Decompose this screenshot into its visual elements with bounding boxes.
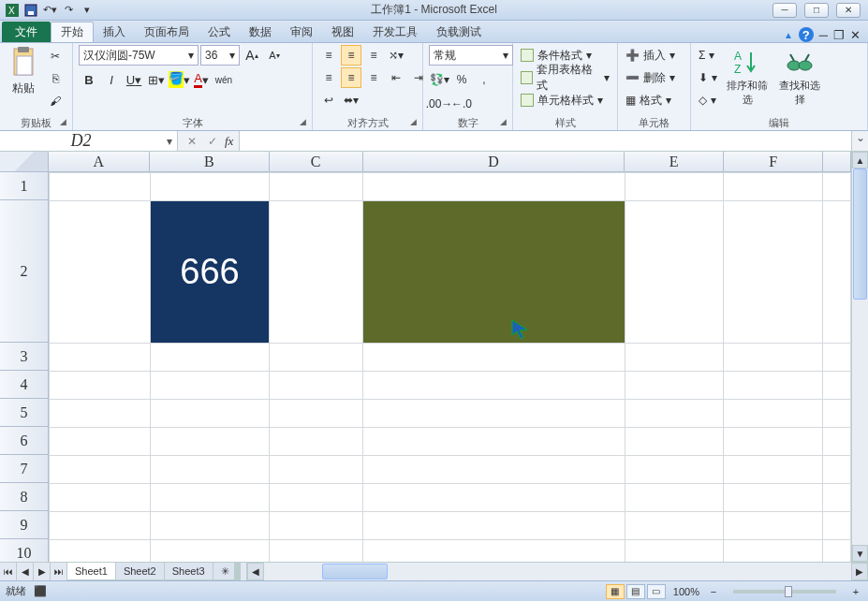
- table-format-button[interactable]: 套用表格格式 ▾: [519, 67, 611, 88]
- row-header-8[interactable]: 8: [0, 483, 48, 511]
- find-select-button[interactable]: 查找和选择: [775, 45, 824, 107]
- formula-input[interactable]: [240, 131, 851, 151]
- phonetic-button[interactable]: wén: [213, 69, 234, 90]
- cut-icon[interactable]: ✂: [45, 47, 66, 66]
- row-header-10[interactable]: 10: [0, 539, 48, 562]
- wrap-text-icon[interactable]: ↩: [318, 90, 339, 110]
- tab-review[interactable]: 审阅: [281, 22, 322, 42]
- select-all-corner[interactable]: [0, 152, 49, 171]
- tab-view[interactable]: 视图: [322, 22, 363, 42]
- undo-icon[interactable]: ↶▾: [41, 3, 58, 18]
- insert-cells-button[interactable]: ➕插入 ▾: [624, 45, 677, 66]
- delete-cells-button[interactable]: ➖删除 ▾: [624, 67, 677, 88]
- minimize-button[interactable]: ─: [772, 3, 797, 18]
- font-name-select[interactable]: 汉仪润圆-75W▾: [79, 45, 199, 66]
- number-format-select[interactable]: 常规▾: [429, 45, 513, 66]
- fill-button[interactable]: ⬇ ▾: [697, 67, 719, 88]
- font-color-button[interactable]: A▾: [191, 69, 212, 90]
- cell-b2[interactable]: 666: [150, 201, 270, 344]
- font-size-select[interactable]: 36▾: [200, 45, 240, 66]
- sort-filter-button[interactable]: AZ 排序和筛选: [723, 45, 772, 107]
- row-header-7[interactable]: 7: [0, 455, 48, 483]
- orientation-icon[interactable]: ⤭▾: [386, 45, 406, 66]
- doc-minimize-icon[interactable]: ─: [819, 28, 828, 42]
- italic-button[interactable]: I: [101, 69, 122, 90]
- comma-icon[interactable]: ,: [474, 69, 494, 90]
- copy-icon[interactable]: ⎘: [45, 69, 66, 88]
- col-header-f[interactable]: F: [724, 152, 823, 171]
- border-button[interactable]: ⊞▾: [146, 69, 167, 90]
- view-pagebreak-icon[interactable]: ▭: [647, 584, 666, 599]
- col-header-e[interactable]: E: [625, 152, 724, 171]
- tab-data[interactable]: 数据: [240, 22, 281, 42]
- tab-home[interactable]: 开始: [51, 22, 94, 42]
- tab-file[interactable]: 文件: [2, 22, 51, 42]
- enter-formula-icon[interactable]: ✓: [204, 135, 221, 148]
- clear-button[interactable]: ◇ ▾: [697, 90, 719, 110]
- redo-icon[interactable]: ↷: [60, 3, 77, 18]
- accounting-icon[interactable]: 💱▾: [429, 69, 449, 90]
- shrink-font-icon[interactable]: A▾: [264, 45, 285, 66]
- align-bottom-icon[interactable]: ≡: [363, 45, 384, 66]
- row-header-6[interactable]: 6: [0, 427, 48, 455]
- format-cells-button[interactable]: ▦格式 ▾: [624, 90, 673, 110]
- tab-nav-first-icon[interactable]: ⏮: [0, 563, 17, 580]
- clipboard-launcher-icon[interactable]: ◢: [60, 114, 66, 129]
- sheet-tab-3[interactable]: Sheet3: [164, 563, 213, 580]
- font-launcher-icon[interactable]: ◢: [300, 114, 306, 129]
- save-icon[interactable]: [22, 3, 39, 18]
- scroll-down-icon[interactable]: ▼: [852, 545, 868, 562]
- cell-d2[interactable]: [363, 201, 625, 344]
- align-top-icon[interactable]: ≡: [318, 45, 339, 66]
- align-middle-icon[interactable]: ≡: [341, 45, 361, 66]
- row-header-2[interactable]: 2: [0, 200, 48, 343]
- align-right-icon[interactable]: ≡: [363, 67, 384, 88]
- scroll-right-icon[interactable]: ▶: [851, 563, 868, 580]
- cell-style-button[interactable]: 单元格样式 ▾: [519, 90, 605, 110]
- col-header-a[interactable]: A: [49, 152, 150, 171]
- paste-button[interactable]: 粘贴: [6, 45, 41, 96]
- tab-nav-next-icon[interactable]: ▶: [34, 563, 51, 580]
- increase-decimal-icon[interactable]: .00→: [429, 94, 449, 114]
- horizontal-scrollbar[interactable]: ◀ ▶: [246, 563, 868, 580]
- name-box-dropdown-icon[interactable]: ▾: [162, 135, 177, 148]
- vscroll-thumb[interactable]: [853, 169, 867, 300]
- zoom-level[interactable]: 100%: [673, 586, 699, 597]
- fill-color-button[interactable]: 🪣▾: [169, 69, 189, 90]
- indent-dec-icon[interactable]: ⇤: [386, 67, 406, 88]
- row-header-5[interactable]: 5: [0, 399, 48, 427]
- maximize-button[interactable]: □: [804, 3, 829, 18]
- tab-developer[interactable]: 开发工具: [363, 22, 427, 42]
- tab-nav-last-icon[interactable]: ⏭: [51, 563, 67, 580]
- bold-button[interactable]: B: [79, 69, 99, 90]
- zoom-slider[interactable]: [733, 590, 836, 594]
- row-header-3[interactable]: 3: [0, 343, 48, 371]
- view-pagelayout-icon[interactable]: ▤: [626, 584, 645, 599]
- doc-close-icon[interactable]: ✕: [850, 28, 861, 42]
- percent-icon[interactable]: %: [451, 69, 472, 90]
- formula-expand-icon[interactable]: ⌄: [851, 131, 868, 151]
- tab-pagelayout[interactable]: 页面布局: [135, 22, 199, 42]
- row-header-1[interactable]: 1: [0, 172, 48, 200]
- doc-restore-icon[interactable]: ❐: [833, 28, 845, 42]
- col-header-b[interactable]: B: [150, 152, 270, 171]
- close-button[interactable]: ✕: [836, 3, 861, 18]
- col-header-g[interactable]: [823, 152, 851, 171]
- align-center-icon[interactable]: ≡: [341, 67, 361, 88]
- grow-font-icon[interactable]: A▴: [242, 45, 262, 66]
- col-header-d[interactable]: D: [363, 152, 625, 171]
- tab-nav-prev-icon[interactable]: ◀: [17, 563, 34, 580]
- autosum-button[interactable]: Σ ▾: [697, 45, 719, 66]
- sheet-tab-2[interactable]: Sheet2: [115, 563, 165, 580]
- row-header-9[interactable]: 9: [0, 511, 48, 539]
- tab-insert[interactable]: 插入: [94, 22, 135, 42]
- decrease-decimal-icon[interactable]: ←.0: [451, 94, 472, 114]
- vertical-scrollbar[interactable]: ▲ ▼: [851, 152, 868, 562]
- merge-center-icon[interactable]: ⬌▾: [341, 90, 361, 110]
- help-icon[interactable]: ?: [799, 27, 814, 42]
- view-normal-icon[interactable]: ▦: [606, 584, 625, 599]
- align-launcher-icon[interactable]: ◢: [410, 114, 417, 129]
- underline-button[interactable]: U▾: [124, 69, 144, 90]
- number-launcher-icon[interactable]: ◢: [500, 114, 507, 129]
- sheet-tab-1[interactable]: Sheet1: [66, 563, 116, 580]
